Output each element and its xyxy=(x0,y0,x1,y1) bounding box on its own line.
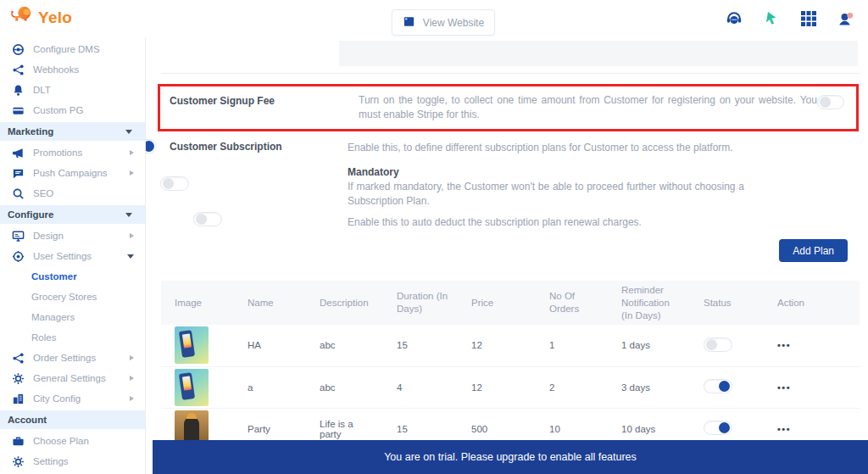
sidebar-item-label: Push Campaigns xyxy=(33,168,130,178)
status-toggle[interactable] xyxy=(704,421,732,435)
webhooks-icon xyxy=(12,64,25,76)
sidebar-item-label: DLT xyxy=(33,85,134,95)
sidebar-item-label: Design xyxy=(33,231,130,241)
cell-description: abc xyxy=(306,366,383,408)
megaphone-icon xyxy=(12,147,25,159)
chevron-down-icon xyxy=(125,130,132,134)
sidebar-nav: Configure DMSWebhooksDLTCustom PGMarketi… xyxy=(0,37,146,474)
column-header-description: Description xyxy=(306,281,383,325)
sidebar-section-account[interactable]: Account xyxy=(0,410,145,429)
row-actions-button[interactable]: ••• xyxy=(777,340,791,350)
subscription-title: Customer Subscription xyxy=(170,141,282,153)
content-placeholder-box xyxy=(339,41,858,66)
apps-grid-icon[interactable] xyxy=(800,10,817,27)
trial-banner: You are on trial. Please upgrade to enab… xyxy=(153,440,868,474)
sidebar-item-label: Managers xyxy=(31,312,75,322)
cell-image xyxy=(161,366,234,408)
sidebar-item-seo[interactable]: SEO xyxy=(0,183,145,204)
cell-price: 12 xyxy=(458,325,536,366)
sidebar-section-configure[interactable]: Configure xyxy=(0,205,145,224)
cell-description: abc xyxy=(306,325,383,366)
sidebar-item-label: Customer xyxy=(31,271,77,282)
sidebar-item-webhooks[interactable]: Webhooks xyxy=(0,59,145,80)
dms-icon xyxy=(12,43,25,56)
sidebar-item-custom-pg[interactable]: Custom PG xyxy=(0,100,145,120)
yelo-lion-icon xyxy=(8,5,34,31)
view-website-button[interactable]: View Website xyxy=(392,9,495,36)
sidebar-item-general-settings[interactable]: General Settings xyxy=(0,368,145,388)
webhooks-icon xyxy=(12,352,25,365)
sidebar-item-push-campaigns[interactable]: Push Campaigns xyxy=(0,163,145,183)
sidebar-section-label: Account xyxy=(8,415,132,425)
sidebar-item-label: General Settings xyxy=(33,373,130,383)
cell-name: HA xyxy=(234,325,306,366)
plans-table: ImageNameDescriptionDuration (In Days)Pr… xyxy=(161,281,860,450)
chat-icon xyxy=(12,167,25,180)
status-toggle[interactable] xyxy=(704,379,732,393)
sidebar-item-dlt[interactable]: DLT xyxy=(0,80,145,100)
sidebar-item-label: Grocery Stores xyxy=(31,292,97,302)
main-content: Customer Signup Fee Turn on the toggle, … xyxy=(147,37,868,474)
sidebar-item-settings[interactable]: Settings xyxy=(0,451,145,471)
sidebar-item-configure-dms[interactable]: Configure DMS xyxy=(0,39,145,59)
sidebar-section-label: Configure xyxy=(8,209,125,220)
cell-price: 12 xyxy=(458,366,536,408)
sidebar-item-label: Webhooks xyxy=(33,64,134,75)
sidebar-item-choose-plan[interactable]: Choose Plan xyxy=(0,431,145,451)
customer-signup-fee-section: Customer Signup Fee Turn on the toggle, … xyxy=(158,84,859,131)
column-header-reminder-notification-in-days-: Reminder Notification (In Days) xyxy=(608,281,690,325)
column-header-image: Image xyxy=(161,281,234,325)
status-toggle[interactable] xyxy=(704,337,732,352)
sidebar-item-order-settings[interactable]: Order Settings xyxy=(0,348,145,368)
referral-cursor-icon[interactable] xyxy=(763,10,780,27)
website-icon xyxy=(403,15,415,31)
sidebar-item-label: Roles xyxy=(31,332,56,343)
section-divider xyxy=(161,73,860,74)
add-plan-button[interactable]: Add Plan xyxy=(779,239,848,262)
signup-fee-toggle[interactable] xyxy=(817,95,844,109)
column-header-price: Price xyxy=(458,281,536,325)
gear-icon xyxy=(12,455,25,468)
sidebar-item-promotions[interactable]: Promotions xyxy=(0,142,145,163)
sidebar-item-label: SEO xyxy=(33,188,134,198)
sidebar-item-grocery-stores[interactable]: Grocery Stores xyxy=(0,287,145,307)
cell-image xyxy=(161,325,234,366)
sidebar-section-marketing[interactable]: Marketing xyxy=(0,122,145,141)
row-actions-button[interactable]: ••• xyxy=(777,424,791,434)
sidebar-item-customer[interactable]: Customer xyxy=(0,266,145,287)
row-actions-button[interactable]: ••• xyxy=(777,382,791,393)
sidebar-item-design[interactable]: Design xyxy=(0,226,145,246)
sidebar-item-user-settings[interactable]: User Settings xyxy=(0,246,145,266)
chevron-right-icon xyxy=(130,170,134,176)
profile-avatar-icon[interactable] xyxy=(837,10,854,27)
column-header-no-of-orders: No Of Orders xyxy=(536,281,608,325)
cell-action: ••• xyxy=(764,325,860,366)
support-chat-icon[interactable] xyxy=(726,10,743,27)
trial-banner-text: You are on trial. Please upgrade to enab… xyxy=(384,451,637,463)
mandatory-toggle[interactable] xyxy=(160,176,189,191)
chevron-down-icon xyxy=(127,254,134,259)
top-header: Yelo View Website xyxy=(0,0,868,37)
yelo-logo-text: Yelo xyxy=(38,8,72,27)
auto-renewal-toggle[interactable] xyxy=(193,212,222,226)
gear-icon xyxy=(12,372,25,385)
sidebar-item-city-config[interactable]: City Config xyxy=(0,388,145,409)
cell-duration: 15 xyxy=(383,325,458,366)
sidebar-item-managers[interactable]: Managers xyxy=(0,307,145,327)
cell-duration: 4 xyxy=(383,366,458,408)
table-row: HAabc151211 days••• xyxy=(161,325,860,366)
cell-orders: 1 xyxy=(536,325,608,366)
mandatory-description: If marked mandatory, the Customer won't … xyxy=(348,180,744,209)
cell-orders: 2 xyxy=(536,366,608,408)
cell-reminder: 1 days xyxy=(608,325,690,366)
cell-action: ••• xyxy=(764,366,860,408)
cell-reminder: 3 days xyxy=(608,366,690,408)
search-icon xyxy=(12,187,25,200)
sidebar-item-label: Configure DMS xyxy=(33,44,134,54)
sidebar-item-label: Order Settings xyxy=(33,353,130,363)
sidebar-item-label: Promotions xyxy=(33,148,130,158)
column-header-status: Status xyxy=(690,281,764,325)
sidebar-item-roles[interactable]: Roles xyxy=(0,327,145,348)
app-window: Yelo View Website xyxy=(0,0,868,474)
yelo-logo[interactable]: Yelo xyxy=(8,5,72,31)
